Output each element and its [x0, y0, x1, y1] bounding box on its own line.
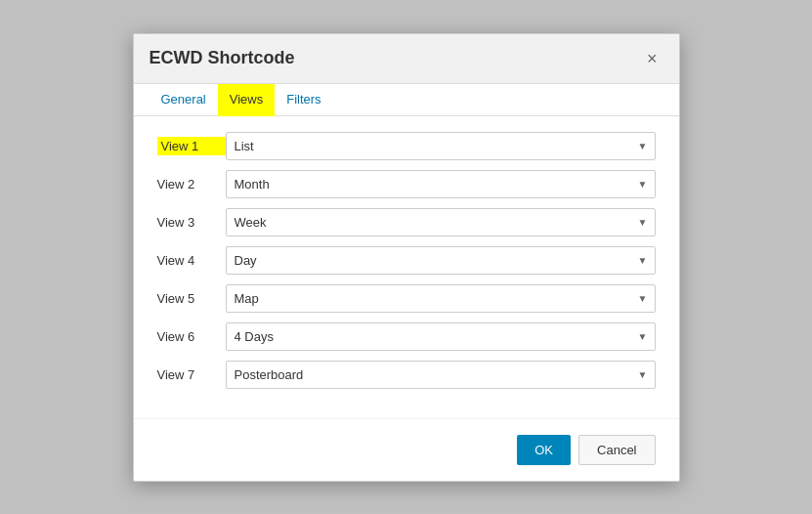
view-row: View 3ListMonthWeekDayMap4 DaysPosterboa…	[157, 208, 656, 236]
tab-filters[interactable]: Filters	[275, 84, 332, 116]
modal-header: ECWD Shortcode ×	[134, 34, 679, 84]
view-select-7[interactable]: ListMonthWeekDayMap4 DaysPosterboard	[226, 361, 656, 389]
tab-views[interactable]: Views	[218, 84, 275, 116]
modal-body: View 1ListMonthWeekDayMap4 DaysPosterboa…	[134, 116, 679, 414]
view-select-6[interactable]: ListMonthWeekDayMap4 DaysPosterboard	[226, 322, 656, 351]
view-select-3[interactable]: ListMonthWeekDayMap4 DaysPosterboard	[226, 208, 656, 236]
view-row: View 7ListMonthWeekDayMap4 DaysPosterboa…	[157, 361, 656, 389]
view-label-1: View 1	[157, 137, 226, 155]
view-select-wrapper-3: ListMonthWeekDayMap4 DaysPosterboard▼	[226, 208, 656, 236]
view-label-7: View 7	[157, 367, 226, 382]
cancel-button[interactable]: Cancel	[578, 435, 655, 465]
view-label-6: View 6	[157, 329, 226, 344]
view-select-2[interactable]: ListMonthWeekDayMap4 DaysPosterboard	[226, 170, 656, 198]
view-label-2: View 2	[157, 177, 226, 192]
view-row: View 5ListMonthWeekDayMap4 DaysPosterboa…	[157, 284, 656, 313]
view-row: View 2ListMonthWeekDayMap4 DaysPosterboa…	[157, 170, 656, 198]
view-label-4: View 4	[157, 253, 226, 268]
view-select-4[interactable]: ListMonthWeekDayMap4 DaysPosterboard	[226, 246, 656, 275]
close-button[interactable]: ×	[641, 48, 663, 69]
modal-title: ECWD Shortcode	[150, 48, 295, 68]
view-select-wrapper-6: ListMonthWeekDayMap4 DaysPosterboard▼	[226, 322, 656, 351]
view-select-wrapper-7: ListMonthWeekDayMap4 DaysPosterboard▼	[226, 361, 656, 389]
view-label-3: View 3	[157, 215, 226, 230]
ok-button[interactable]: OK	[517, 435, 571, 465]
view-row: View 1ListMonthWeekDayMap4 DaysPosterboa…	[157, 132, 656, 160]
view-select-1[interactable]: ListMonthWeekDayMap4 DaysPosterboard	[226, 132, 656, 160]
modal-dialog: ECWD Shortcode × GeneralViewsFilters Vie…	[133, 33, 680, 482]
view-select-wrapper-1: ListMonthWeekDayMap4 DaysPosterboard▼	[226, 132, 656, 160]
view-label-5: View 5	[157, 291, 226, 306]
view-select-wrapper-5: ListMonthWeekDayMap4 DaysPosterboard▼	[226, 284, 656, 313]
view-select-wrapper-2: ListMonthWeekDayMap4 DaysPosterboard▼	[226, 170, 656, 198]
tab-general[interactable]: General	[150, 84, 218, 116]
modal-tabs: GeneralViewsFilters	[134, 84, 679, 116]
view-row: View 4ListMonthWeekDayMap4 DaysPosterboa…	[157, 246, 656, 275]
view-row: View 6ListMonthWeekDayMap4 DaysPosterboa…	[157, 322, 656, 351]
modal-footer: OK Cancel	[134, 418, 679, 481]
view-select-5[interactable]: ListMonthWeekDayMap4 DaysPosterboard	[226, 284, 656, 313]
view-select-wrapper-4: ListMonthWeekDayMap4 DaysPosterboard▼	[226, 246, 656, 275]
